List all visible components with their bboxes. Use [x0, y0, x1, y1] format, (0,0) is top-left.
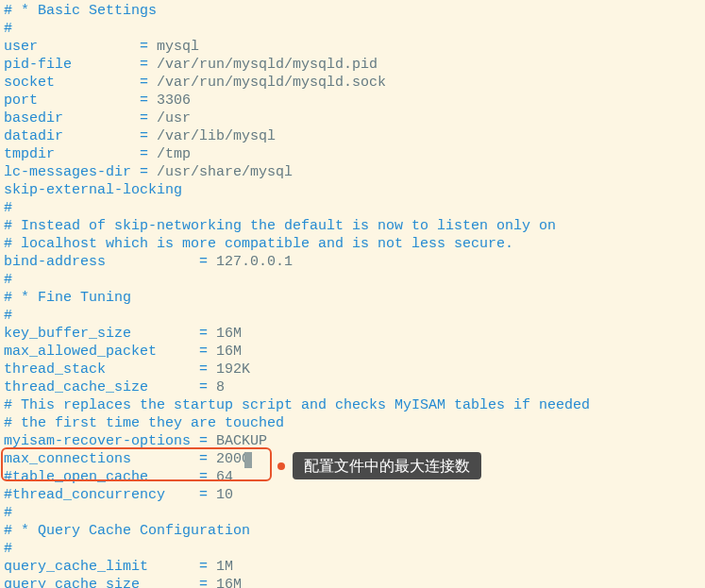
config-key: port	[4, 92, 140, 109]
equals-sign: =	[199, 469, 216, 485]
config-key: query_cache_size	[4, 577, 199, 588]
code-line: # * Query Cache Configuration	[4, 522, 701, 540]
comment-text: #	[4, 21, 12, 37]
code-line: bind-address = 127.0.0.1	[4, 253, 701, 271]
config-key: socket	[4, 75, 140, 91]
equals-sign: =	[199, 361, 216, 378]
config-value: 192K	[216, 361, 250, 378]
config-value: 8	[216, 379, 225, 395]
config-key: key_buffer_size	[4, 326, 199, 342]
code-editor: # * Basic Settings#user = mysqlpid-file …	[0, 0, 705, 588]
code-line: # the first time they are touched	[4, 414, 701, 432]
config-value: 2000	[216, 451, 250, 467]
config-value: /var/run/mysqld/mysqld.sock	[157, 75, 386, 91]
comment-text: # This replaces the startup script and c…	[4, 397, 590, 413]
equals-sign: =	[140, 39, 157, 55]
config-key: lc-messages-dir	[4, 164, 140, 180]
config-key: skip-external-locking	[4, 182, 182, 198]
annotation-callout: 配置文件中的最大连接数	[277, 452, 481, 479]
config-key: user	[4, 39, 140, 55]
config-value: /usr	[157, 110, 191, 126]
code-line: #	[4, 307, 701, 325]
code-line: basedir = /usr	[4, 109, 701, 127]
code-line: #	[4, 504, 701, 522]
config-value: /var/run/mysqld/mysqld.pid	[157, 57, 378, 73]
equals-sign: =	[199, 559, 216, 575]
code-line: myisam-recover-options = BACKUP	[4, 432, 701, 450]
equals-sign: =	[199, 577, 216, 588]
config-key: datadir	[4, 128, 140, 144]
code-line: #	[4, 540, 701, 558]
annotation-dot-icon	[277, 462, 285, 470]
code-line: user = mysql	[4, 38, 701, 56]
comment-text: #	[4, 200, 12, 216]
comment-text: # * Fine Tuning	[4, 290, 131, 306]
config-value: 1M	[216, 559, 233, 575]
code-line: tmpdir = /tmp	[4, 145, 701, 163]
comment-text: # * Basic Settings	[4, 3, 157, 19]
config-value: mysql	[157, 39, 199, 55]
config-key: #thread_concurrency	[4, 487, 199, 503]
code-line: #thread_concurrency = 10	[4, 486, 701, 504]
code-line: max_allowed_packet = 16M	[4, 343, 701, 361]
config-value: /usr/share/mysql	[157, 164, 293, 180]
comment-text: # Instead of skip-networking the default…	[4, 218, 556, 234]
equals-sign: =	[140, 57, 157, 73]
equals-sign: =	[140, 128, 157, 144]
config-key: thread_stack	[4, 361, 199, 378]
equals-sign: =	[199, 451, 216, 467]
comment-text: #	[4, 505, 12, 521]
comment-text: #	[4, 541, 12, 557]
code-line: # * Basic Settings	[4, 2, 701, 20]
comment-text: # localhost which is more compatible and…	[4, 236, 513, 252]
code-line: datadir = /var/lib/mysql	[4, 127, 701, 145]
config-key: bind-address	[4, 254, 199, 270]
equals-sign: =	[199, 487, 216, 503]
equals-sign: =	[199, 433, 216, 449]
config-key: pid-file	[4, 57, 140, 73]
config-value: /var/lib/mysql	[157, 128, 276, 144]
equals-sign: =	[199, 254, 216, 270]
code-line: skip-external-locking	[4, 181, 701, 199]
code-line: lc-messages-dir = /usr/share/mysql	[4, 163, 701, 181]
code-line: # This replaces the startup script and c…	[4, 396, 701, 414]
code-line: #	[4, 199, 701, 217]
config-value: 64	[216, 469, 233, 485]
config-key: tmpdir	[4, 146, 140, 162]
code-line: socket = /var/run/mysqld/mysqld.sock	[4, 74, 701, 92]
equals-sign: =	[140, 75, 157, 91]
config-value: BACKUP	[216, 433, 267, 449]
config-key: thread_cache_size	[4, 379, 199, 395]
equals-sign: =	[140, 146, 157, 162]
config-value: 3306	[157, 92, 191, 109]
config-key: #table_open_cache	[4, 469, 199, 485]
config-value: 10	[216, 487, 233, 503]
code-line: thread_stack = 192K	[4, 361, 701, 378]
code-line: port = 3306	[4, 92, 701, 109]
equals-sign: =	[140, 164, 157, 180]
code-line: # Instead of skip-networking the default…	[4, 217, 701, 235]
code-line: pid-file = /var/run/mysqld/mysqld.pid	[4, 56, 701, 74]
config-value: 127.0.0.1	[216, 254, 293, 270]
equals-sign: =	[140, 110, 157, 126]
comment-text: #	[4, 308, 12, 324]
code-line: key_buffer_size = 16M	[4, 325, 701, 343]
code-line: # localhost which is more compatible and…	[4, 235, 701, 253]
comment-text: # * Query Cache Configuration	[4, 523, 250, 539]
config-value: /tmp	[157, 146, 191, 162]
code-line: query_cache_limit = 1M	[4, 558, 701, 576]
config-key: myisam-recover-options	[4, 433, 199, 449]
code-line: #	[4, 20, 701, 38]
annotation-text: 配置文件中的最大连接数	[293, 452, 481, 479]
code-line: thread_cache_size = 8	[4, 378, 701, 396]
equals-sign: =	[199, 326, 216, 342]
code-line: query_cache_size = 16M	[4, 576, 701, 588]
comment-text: #	[4, 272, 12, 288]
equals-sign: =	[199, 379, 216, 395]
config-value: 16M	[216, 326, 242, 342]
code-line: #	[4, 271, 701, 289]
config-key: max_connections	[4, 451, 199, 467]
comment-text: # the first time they are touched	[4, 415, 284, 431]
equals-sign: =	[140, 92, 157, 109]
equals-sign: =	[199, 344, 216, 360]
